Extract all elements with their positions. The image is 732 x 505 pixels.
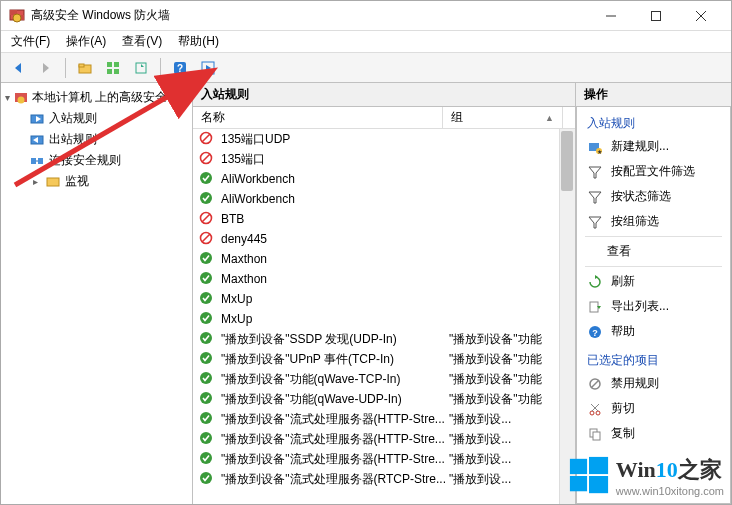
toolbar: ? (1, 53, 731, 83)
table-row[interactable]: 135端口UDP (193, 129, 575, 149)
column-group[interactable]: 组 ▲ (443, 107, 563, 128)
connection-icon (29, 153, 45, 169)
list-columns: 名称 组 ▲ (193, 107, 575, 129)
table-row[interactable]: AliWorkbench (193, 169, 575, 189)
actions-section-selected: 已选定的项目 (579, 348, 728, 371)
action-view[interactable]: 查看 (579, 239, 728, 264)
menubar: 文件(F) 操作(A) 查看(V) 帮助(H) (1, 31, 731, 53)
action-filter-state-label: 按状态筛选 (611, 188, 671, 205)
svg-rect-5 (651, 11, 660, 20)
svg-line-41 (202, 234, 210, 242)
row-name: "播放到设备"SSDP 发现(UDP-In) (221, 331, 449, 348)
scrollbar-thumb[interactable] (561, 131, 573, 191)
action-new-rule[interactable]: ★ 新建规则... (579, 134, 728, 159)
tree-monitor[interactable]: ▸ 监视 (3, 171, 190, 192)
column-name[interactable]: 名称 (193, 107, 443, 128)
action-cut[interactable]: 剪切 (579, 396, 728, 421)
action-help-label: 帮助 (611, 323, 635, 340)
action-export-label: 导出列表... (611, 298, 669, 315)
action-export[interactable]: 导出列表... (579, 294, 728, 319)
row-name: "播放到设备"流式处理服务器(HTTP-Stre... (221, 451, 449, 468)
maximize-button[interactable] (633, 2, 678, 30)
table-row[interactable]: "播放到设备"SSDP 发现(UDP-In)"播放到设备"功能 (193, 329, 575, 349)
svg-rect-12 (107, 62, 112, 67)
action-filter-profile[interactable]: 按配置文件筛选 (579, 159, 728, 184)
action-filter-group-label: 按组筛选 (611, 213, 659, 230)
table-row[interactable]: BTB (193, 209, 575, 229)
menu-action[interactable]: 操作(A) (66, 33, 106, 50)
table-row[interactable]: Maxthon (193, 249, 575, 269)
list-heading-label: 入站规则 (201, 86, 249, 103)
action-cut-label: 剪切 (611, 400, 635, 417)
row-name: "播放到设备"UPnP 事件(TCP-In) (221, 351, 449, 368)
row-name: "播放到设备"流式处理服务器(HTTP-Stre... (221, 411, 449, 428)
filter-icon (587, 214, 603, 230)
divider (585, 236, 722, 237)
table-row[interactable]: "播放到设备"流式处理服务器(HTTP-Stre..."播放到设... (193, 429, 575, 449)
blocked-icon (199, 151, 215, 167)
action-new-rule-label: 新建规则... (611, 138, 669, 155)
allow-icon (199, 251, 215, 267)
sort-asc-icon: ▲ (545, 113, 554, 123)
table-row[interactable]: "播放到设备"功能(qWave-TCP-In)"播放到设备"功能 (193, 369, 575, 389)
list-pane: 入站规则 名称 组 ▲ 135端口UDP135端口AliWorkbenchAli… (193, 83, 576, 504)
table-row[interactable]: deny445 (193, 229, 575, 249)
tree-inbound[interactable]: 入站规则 (3, 108, 190, 129)
table-row[interactable]: "播放到设备"UPnP 事件(TCP-In)"播放到设备"功能 (193, 349, 575, 369)
row-group: "播放到设备"功能 (449, 371, 569, 388)
toolbar-export-button[interactable] (130, 57, 152, 79)
blocked-icon (199, 211, 215, 227)
back-button[interactable] (7, 57, 29, 79)
toolbar-play-button[interactable] (197, 57, 219, 79)
list-body[interactable]: 135端口UDP135端口AliWorkbenchAliWorkbenchBTB… (193, 129, 575, 504)
table-row[interactable]: "播放到设备"流式处理服务器(HTTP-Stre..."播放到设... (193, 409, 575, 429)
table-row[interactable]: Maxthon (193, 269, 575, 289)
table-row[interactable]: "播放到设备"流式处理服务器(RTCP-Stre..."播放到设... (193, 469, 575, 489)
allow-icon (199, 191, 215, 207)
svg-line-69 (592, 404, 599, 411)
actions-title: 操作 (576, 83, 731, 107)
table-row[interactable]: AliWorkbench (193, 189, 575, 209)
action-help[interactable]: ? 帮助 (579, 319, 728, 344)
menu-file[interactable]: 文件(F) (11, 33, 50, 50)
table-row[interactable]: MxUp (193, 309, 575, 329)
table-row[interactable]: "播放到设备"功能(qWave-UDP-In)"播放到设备"功能 (193, 389, 575, 409)
table-row[interactable]: 135端口 (193, 149, 575, 169)
cut-icon (587, 401, 603, 417)
tree-connection[interactable]: 连接安全规则 (3, 150, 190, 171)
row-name: MxUp (221, 292, 449, 306)
table-row[interactable]: "播放到设备"流式处理服务器(HTTP-Stre..."播放到设... (193, 449, 575, 469)
action-filter-state[interactable]: 按状态筛选 (579, 184, 728, 209)
svg-point-68 (596, 411, 600, 415)
toolbar-folder-button[interactable] (74, 57, 96, 79)
filter-icon (587, 189, 603, 205)
minimize-button[interactable] (588, 2, 633, 30)
toolbar-help-button[interactable]: ? (169, 57, 191, 79)
tree-inbound-label: 入站规则 (49, 110, 97, 127)
menu-help[interactable]: 帮助(H) (178, 33, 219, 50)
row-name: Maxthon (221, 272, 449, 286)
action-disable[interactable]: 禁用规则 (579, 371, 728, 396)
action-copy[interactable]: 复制 (579, 421, 728, 446)
toolbar-grid-button[interactable] (102, 57, 124, 79)
row-group: "播放到设备"功能 (449, 351, 569, 368)
export-icon (587, 299, 603, 315)
actions-section-inbound: 入站规则 (579, 111, 728, 134)
forward-button[interactable] (35, 57, 57, 79)
firewall-window: 高级安全 Windows 防火墙 文件(F) 操作(A) 查看(V) 帮助(H)… (0, 0, 732, 505)
action-filter-group[interactable]: 按组筛选 (579, 209, 728, 234)
collapse-icon[interactable]: ▾ (5, 92, 10, 103)
action-refresh[interactable]: 刷新 (579, 269, 728, 294)
tree-root[interactable]: ▾ 本地计算机 上的高级安全 Win (3, 87, 190, 108)
menu-view[interactable]: 查看(V) (122, 33, 162, 50)
svg-line-33 (202, 134, 210, 142)
expand-icon[interactable]: ▸ (29, 176, 41, 187)
table-row[interactable]: MxUp (193, 289, 575, 309)
scrollbar[interactable] (559, 129, 575, 504)
allow-icon (199, 371, 215, 387)
close-button[interactable] (678, 2, 723, 30)
window-title: 高级安全 Windows 防火墙 (31, 7, 588, 24)
tree-outbound[interactable]: 出站规则 (3, 129, 190, 150)
row-name: 135端口UDP (221, 131, 449, 148)
allow-icon (199, 271, 215, 287)
